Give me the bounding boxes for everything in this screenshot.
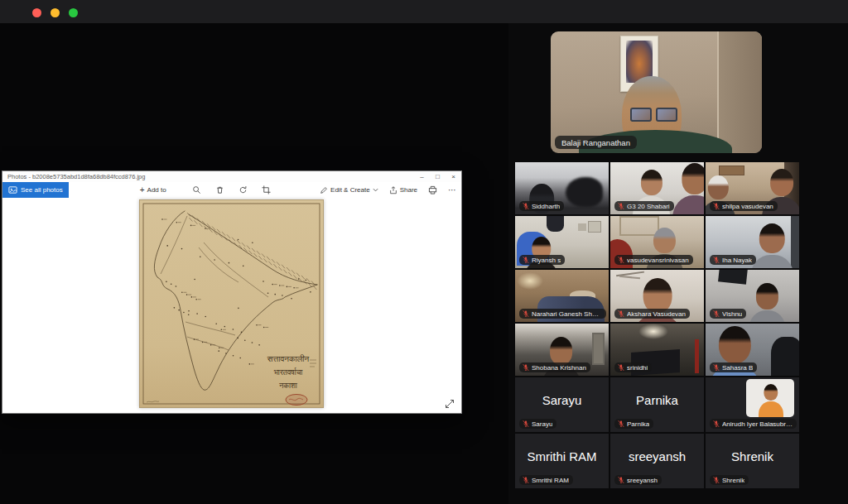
participant-name: sreeyansh bbox=[627, 477, 658, 484]
mic-muted-icon bbox=[713, 203, 720, 209]
mic-muted-icon bbox=[523, 310, 529, 317]
traffic-light-minimize-icon[interactable] bbox=[51, 8, 60, 17]
photos-window: Photos - b2008e5735abd1d8fa68db84fccd876… bbox=[2, 170, 462, 414]
more-button[interactable]: ⋯ bbox=[448, 185, 456, 194]
participant-name: Smrithi RAM bbox=[532, 477, 569, 484]
add-to-button[interactable]: + Add to bbox=[140, 185, 166, 194]
svg-text:भारतवर्षाचा: भारतवर्षाचा bbox=[274, 367, 304, 377]
participant-name: Anirudh Iyer Balasubr… bbox=[722, 420, 793, 428]
participant-name: Narahari Ganesh She… bbox=[532, 310, 602, 318]
video-tile[interactable]: shilpa vasudevan bbox=[706, 162, 799, 214]
participant-name: G3 20 Shabari bbox=[627, 203, 670, 210]
speaker-glasses bbox=[630, 108, 677, 122]
participant-name: Shobana Krishnan bbox=[532, 364, 586, 372]
photos-titlebar[interactable]: Photos - b2008e5735abd1d8fa68db84fccd876… bbox=[2, 171, 461, 182]
mic-muted-icon bbox=[523, 420, 529, 427]
mic-muted-icon bbox=[713, 257, 720, 263]
close-button[interactable]: × bbox=[446, 171, 461, 182]
maximize-button[interactable]: □ bbox=[430, 171, 446, 182]
video-tile[interactable]: srinidhi bbox=[610, 324, 704, 376]
video-tile[interactable]: Siddharth bbox=[515, 162, 609, 214]
map-image: सत्तावनकालीन भारतवर्षाचा नकाशा bbox=[139, 199, 324, 408]
participant-name: Parnika bbox=[627, 420, 649, 428]
participant-display-name: Sarayu bbox=[515, 393, 609, 407]
video-tile[interactable]: Narahari Ganesh She… bbox=[515, 270, 609, 322]
mic-muted-icon bbox=[713, 477, 720, 483]
mic-muted-icon bbox=[713, 310, 720, 317]
speaker-video-tile[interactable]: Balaji Ranganathan bbox=[551, 31, 762, 153]
video-tile[interactable]: Riyansh s bbox=[515, 216, 609, 268]
participant-name: Vishnu bbox=[722, 310, 742, 318]
photo-canvas: सत्तावनकालीन भारतवर्षाचा नकाशा bbox=[2, 198, 461, 413]
svg-text:सत्तावनकालीन: सत्तावनकालीन bbox=[267, 354, 310, 363]
see-all-photos-button[interactable]: See all photos bbox=[2, 182, 69, 198]
mic-muted-icon bbox=[523, 477, 529, 483]
audio-only-tile[interactable]: Shrenik Shrenik bbox=[706, 434, 799, 488]
video-tile[interactable]: Akshara Vasudevan bbox=[610, 270, 704, 322]
mic-muted-icon bbox=[523, 203, 529, 209]
audio-only-tile[interactable]: sreeyansh sreeyansh bbox=[610, 434, 704, 488]
video-tile[interactable]: Vishnu bbox=[706, 270, 799, 322]
video-tile[interactable]: Iha Nayak bbox=[706, 216, 799, 268]
video-tile[interactable]: G3 20 Shabari bbox=[610, 162, 704, 214]
audio-only-tile[interactable]: Smrithi RAM Smrithi RAM bbox=[515, 434, 609, 488]
video-tile[interactable]: Anirudh Iyer Balasubr… bbox=[706, 377, 799, 432]
chevron-down-icon bbox=[373, 188, 378, 192]
speaker-name-label: Balaji Ranganathan bbox=[555, 136, 637, 149]
photo-icon bbox=[8, 185, 17, 194]
door-frame bbox=[717, 31, 762, 153]
mic-muted-icon bbox=[618, 477, 624, 483]
svg-text:नकाशा: नकाशा bbox=[278, 382, 298, 390]
participant-name: Sahasra B bbox=[722, 364, 753, 372]
mic-muted-icon bbox=[618, 257, 624, 263]
print-icon[interactable] bbox=[428, 185, 437, 194]
participant-name: shilpa vasudevan bbox=[722, 203, 773, 210]
minimize-button[interactable]: – bbox=[414, 171, 430, 182]
mic-muted-icon bbox=[523, 257, 529, 263]
participant-name: Siddharth bbox=[532, 203, 560, 210]
share-button[interactable]: Share bbox=[389, 186, 417, 194]
participant-name: Sarayu bbox=[532, 420, 552, 428]
delete-icon[interactable] bbox=[215, 185, 224, 194]
video-tile[interactable]: vasudevansrinivasan bbox=[610, 216, 704, 268]
participant-name: Riyansh s bbox=[532, 257, 561, 264]
participant-name: Iha Nayak bbox=[722, 257, 752, 264]
plus-icon: + bbox=[140, 185, 145, 194]
screen-share-region: Photos - b2008e5735abd1d8fa68db84fccd876… bbox=[0, 23, 508, 504]
mic-muted-icon bbox=[618, 203, 624, 209]
mic-muted-icon bbox=[618, 364, 624, 371]
expand-icon[interactable] bbox=[445, 399, 455, 409]
mic-muted-icon bbox=[713, 420, 720, 427]
mic-muted-icon bbox=[523, 364, 529, 371]
participant-display-name: Parnika bbox=[610, 393, 704, 407]
mic-muted-icon bbox=[618, 310, 624, 317]
audio-only-tile[interactable]: Parnika Parnika bbox=[610, 377, 704, 432]
mac-menubar bbox=[0, 0, 848, 23]
video-tile[interactable]: Shobana Krishnan bbox=[515, 324, 609, 376]
map-stamp bbox=[286, 395, 307, 406]
participant-display-name: Smrithi RAM bbox=[515, 449, 609, 463]
zoom-icon[interactable] bbox=[192, 185, 201, 194]
participant-display-name: sreeyansh bbox=[610, 449, 704, 463]
participant-video-inset bbox=[746, 379, 794, 417]
participant-name: Shrenik bbox=[722, 477, 744, 484]
crop-icon[interactable] bbox=[262, 185, 271, 194]
mic-muted-icon bbox=[713, 364, 720, 371]
traffic-light-close-icon[interactable] bbox=[32, 8, 41, 17]
share-icon bbox=[389, 186, 398, 194]
edit-create-button[interactable]: Edit & Create bbox=[320, 186, 378, 194]
edit-icon bbox=[320, 186, 328, 194]
participant-name: vasudevansrinivasan bbox=[627, 257, 689, 264]
video-tile[interactable]: Sahasra B bbox=[706, 324, 799, 376]
participant-name: Akshara Vasudevan bbox=[627, 310, 686, 318]
audio-only-tile[interactable]: Sarayu Sarayu bbox=[515, 377, 609, 432]
participant-display-name: Shrenik bbox=[706, 449, 799, 463]
traffic-light-zoom-icon[interactable] bbox=[69, 8, 78, 17]
mic-muted-icon bbox=[618, 420, 624, 427]
photos-window-title: Photos - b2008e5735abd1d8fa68db84fccd876… bbox=[2, 173, 145, 180]
participant-grid: Siddharth G3 20 Shabari shilpa vasudevan… bbox=[515, 162, 799, 488]
rotate-icon[interactable] bbox=[238, 185, 248, 194]
participant-name: srinidhi bbox=[627, 364, 648, 372]
photos-toolbar: See all photos + Add to Edit & Create bbox=[2, 182, 461, 199]
